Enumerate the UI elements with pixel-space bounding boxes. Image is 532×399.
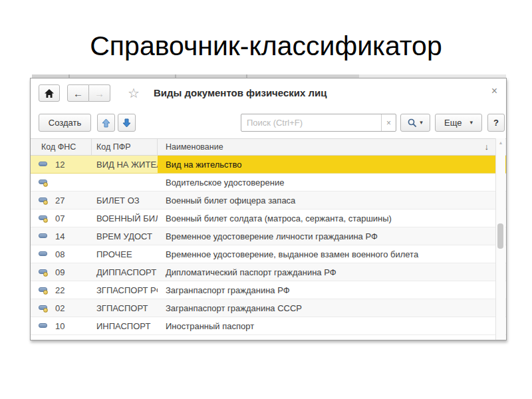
page-title: Справочник-классификатор <box>0 31 532 62</box>
app-window: ← → ☆ Виды документов физических лиц × С… <box>30 78 507 340</box>
item-icon <box>39 250 49 258</box>
fns-code: 14 <box>55 231 65 241</box>
predefined-item-icon <box>39 286 49 294</box>
cell-pfr-code[interactable]: ВРЕМ УДОСТ <box>92 227 158 245</box>
cell-document-name[interactable]: Загранпаспорт гражданина СССР <box>158 299 506 317</box>
vertical-scrollbar[interactable]: ▲ <box>495 138 505 340</box>
table-header: Код ФНС Код ПФР Наименование ↓ <box>31 138 506 156</box>
chevron-down-icon: ▾ <box>420 120 423 126</box>
cell-document-name[interactable]: Водительское удостоверение <box>158 174 506 191</box>
help-button[interactable]: ? <box>487 114 505 132</box>
search-box: × <box>241 114 396 132</box>
column-header-pfr[interactable]: Код ПФР <box>92 139 158 155</box>
predefined-item-icon <box>39 304 49 312</box>
cell-pfr-code[interactable]: ЗГПАСПОРТ РФ <box>92 281 158 299</box>
arrow-up-icon <box>102 118 110 128</box>
more-label: Еще <box>444 118 462 128</box>
cell-pfr-code[interactable]: ИНПАСПОРТ <box>92 317 158 334</box>
cell-fns-code[interactable]: 08 <box>31 245 92 263</box>
predefined-item-icon <box>39 196 49 204</box>
cell-fns-code[interactable] <box>31 174 92 191</box>
cell-fns-code[interactable]: 10 <box>31 317 92 334</box>
documents-table: Код ФНС Код ПФР Наименование ↓ 12ВИД НА … <box>31 138 506 340</box>
predefined-item-icon <box>39 268 49 276</box>
table-row[interactable]: 12ВИД НА ЖИТЕЛЬВид на жительство <box>31 156 506 174</box>
table-row[interactable]: 09ДИППАСПОРТ РФДипломатический паспорт г… <box>31 263 506 281</box>
search-options-button[interactable]: ▾ <box>400 114 430 132</box>
fns-code: 22 <box>55 285 65 295</box>
fns-code: 08 <box>55 249 65 259</box>
arrow-down-icon <box>122 118 131 128</box>
cell-pfr-code[interactable]: БИЛЕТ ОЗ <box>92 192 158 209</box>
cell-fns-code[interactable]: 27 <box>31 192 92 209</box>
cell-pfr-code[interactable]: ПРОЧЕЕ <box>92 245 158 263</box>
cell-fns-code[interactable]: 22 <box>31 281 92 299</box>
favorite-star-icon[interactable]: ☆ <box>128 85 140 101</box>
cell-fns-code[interactable]: 07 <box>31 209 92 227</box>
cell-fns-code[interactable]: 02 <box>31 299 92 317</box>
forward-icon: → <box>94 88 104 99</box>
window-header: ← → ☆ Виды документов физических лиц × <box>31 78 506 105</box>
table-row[interactable]: 08ПРОЧЕЕВременное удостоверение, выданно… <box>31 245 506 263</box>
cell-pfr-code[interactable]: ЗГПАСПОРТ <box>92 299 158 317</box>
create-button[interactable]: Создать <box>39 114 91 132</box>
chevron-down-icon: ▾ <box>469 120 473 126</box>
scrollbar-thumb[interactable] <box>497 223 503 249</box>
slide: Справочник-классификатор ← → ☆ Виды доку… <box>0 0 532 399</box>
cell-pfr-code[interactable] <box>92 174 158 191</box>
cell-document-name[interactable]: Военный билет офицера запаса <box>158 192 506 209</box>
fns-code: 12 <box>55 160 65 170</box>
cell-fns-code[interactable]: 09 <box>31 263 92 281</box>
move-down-button[interactable] <box>118 114 136 132</box>
cell-document-name[interactable]: Дипломатический паспорт гражданина РФ <box>158 263 506 281</box>
cell-document-name[interactable]: Иностранный паспорт <box>158 317 506 334</box>
table-row[interactable]: Водительское удостоверение <box>31 174 506 192</box>
table-row[interactable]: 07ВОЕННЫЙ БИЛЕТВоенный билет солдата (ма… <box>31 209 506 227</box>
move-up-button[interactable] <box>97 114 115 132</box>
cell-document-name[interactable]: Временное удостоверение, выданное взамен… <box>158 245 506 263</box>
home-button[interactable] <box>39 84 60 102</box>
scroll-up-icon[interactable]: ▲ <box>496 140 505 145</box>
item-icon <box>39 160 49 168</box>
fns-code: 27 <box>55 196 65 205</box>
cell-document-name[interactable]: Загранпаспорт гражданина РФ <box>158 281 506 299</box>
toolbar: Создать × ▾ <box>31 112 506 133</box>
fns-code: 02 <box>55 303 65 313</box>
predefined-item-icon <box>39 214 49 222</box>
history-nav: ← → <box>67 84 110 102</box>
search-clear-icon[interactable]: × <box>381 114 396 131</box>
cell-document-name[interactable]: Временное удостоверение личности граждан… <box>158 227 506 245</box>
fns-code: 09 <box>55 267 65 277</box>
table-row[interactable]: 10ИНПАСПОРТИностранный паспорт <box>31 317 506 335</box>
item-icon <box>39 232 49 240</box>
fns-code: 07 <box>55 213 65 223</box>
item-icon <box>39 322 49 330</box>
search-input[interactable] <box>241 114 381 131</box>
forward-button[interactable]: → <box>89 84 110 102</box>
table-row[interactable]: 02ЗГПАСПОРТЗагранпаспорт гражданина СССР <box>31 299 506 317</box>
more-button[interactable]: Еще ▾ <box>435 114 482 132</box>
home-icon <box>45 89 54 98</box>
close-icon[interactable]: × <box>491 86 497 96</box>
cell-pfr-code[interactable]: ВИД НА ЖИТЕЛЬ <box>92 156 158 173</box>
magnifier-icon <box>408 118 417 128</box>
cell-document-name[interactable]: Вид на жительство <box>158 156 506 173</box>
cell-pfr-code[interactable]: ДИППАСПОРТ РФ <box>92 263 158 281</box>
sort-descending-icon[interactable]: ↓ <box>485 142 489 152</box>
cell-fns-code[interactable]: 14 <box>31 227 92 245</box>
back-icon: ← <box>73 88 83 99</box>
window-title: Виды документов физических лиц <box>154 87 327 98</box>
cell-document-name[interactable]: Военный билет солдата (матроса, сержанта… <box>158 209 506 227</box>
fns-code: 10 <box>55 321 65 331</box>
table-row[interactable]: 27БИЛЕТ ОЗВоенный билет офицера запаса <box>31 192 506 209</box>
predefined-item-icon <box>39 178 49 186</box>
cell-pfr-code[interactable]: ВОЕННЫЙ БИЛЕТ <box>92 209 158 227</box>
back-button[interactable]: ← <box>67 84 89 102</box>
column-header-fns[interactable]: Код ФНС <box>31 139 92 155</box>
column-header-name[interactable]: Наименование ↓ <box>158 139 506 155</box>
table-body: 12ВИД НА ЖИТЕЛЬВид на жительствоВодитель… <box>31 156 506 335</box>
table-row[interactable]: 22ЗГПАСПОРТ РФЗагранпаспорт гражданина Р… <box>31 281 506 299</box>
table-row[interactable]: 14ВРЕМ УДОСТВременное удостоверение личн… <box>31 227 506 245</box>
cell-fns-code[interactable]: 12 <box>31 156 92 173</box>
